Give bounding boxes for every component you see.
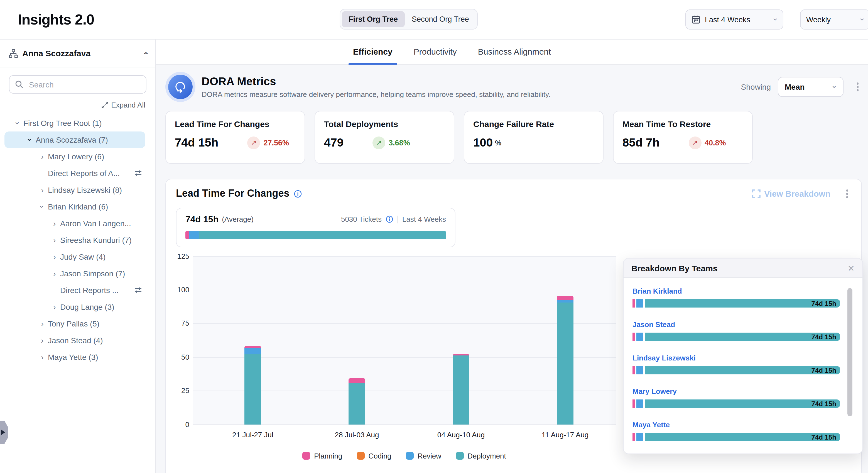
metric-delta-value: 3.68% [389, 139, 410, 147]
chevron-down-icon[interactable]: › [14, 119, 22, 127]
tab-business-alignment[interactable]: Business Alignment [477, 47, 552, 64]
stacked-bar [453, 354, 469, 424]
filter-icon[interactable] [134, 169, 142, 177]
chevron-right-icon[interactable]: › [51, 303, 58, 311]
chevron-down-icon[interactable]: › [38, 203, 46, 211]
expand-all-button[interactable]: Expand All [0, 101, 155, 109]
scrollbar-thumb[interactable] [847, 288, 852, 416]
chevron-right-icon[interactable]: › [51, 219, 58, 227]
breakdown-team-link[interactable]: Mary Lowery [632, 387, 852, 395]
tree-item-label: Jason Simpson (7) [60, 269, 125, 278]
tree-item-label: Anna Scozzafava (7) [36, 136, 108, 144]
metric-card-value-row: 85d 7h↗40.8% [622, 136, 743, 149]
breakdown-stacked-bar: 74d 15h [632, 299, 840, 307]
breakdown-team-link[interactable]: Jason Stead [632, 320, 852, 329]
summary-stacked-bar [185, 231, 446, 239]
metric-card-unit: % [495, 139, 501, 147]
x-tick-label: 04 Aug-10 Aug [437, 431, 485, 439]
metric-cards-row: Lead Time For Changes74d 15h↗27.56%Total… [165, 111, 862, 164]
breakdown-team-link[interactable]: Brian Kirkland [632, 287, 852, 295]
legend-item-deployment[interactable]: Deployment [456, 451, 506, 460]
tree-item[interactable]: ›Direct Reports of A... [4, 165, 145, 182]
breakdown-row: Jason Stead74d 15h [632, 320, 852, 341]
sidebar-header[interactable]: Anna Scozzafava › [0, 39, 155, 67]
legend-label: Deployment [467, 451, 506, 460]
lead-time-title-group: Lead Time For Changes [176, 188, 302, 200]
legend-item-review[interactable]: Review [406, 451, 441, 460]
legend-item-coding[interactable]: Coding [356, 451, 391, 460]
chevron-down-icon[interactable]: › [26, 136, 34, 144]
y-tick-label: 75 [181, 319, 189, 328]
metric-card-value: 479 [324, 136, 343, 149]
y-tick-label: 0 [185, 420, 189, 428]
tab-productivity[interactable]: Productivity [412, 47, 458, 64]
legend-item-planning[interactable]: Planning [302, 451, 342, 460]
y-tick-label: 50 [181, 353, 189, 361]
plot-area [193, 256, 616, 425]
tree-item[interactable]: ›Anna Scozzafava (7) [4, 131, 145, 148]
tree-item[interactable]: ›Tony Pallas (5) [4, 315, 145, 332]
tree-item[interactable]: ›Maya Yette (3) [4, 349, 145, 365]
tree-item[interactable]: ›Jason Simpson (7) [4, 265, 145, 282]
chevron-right-icon[interactable]: › [51, 270, 58, 277]
tree-item[interactable]: ›Judy Saw (4) [4, 248, 145, 265]
chevron-right-icon[interactable]: › [38, 353, 46, 361]
metric-card-title: Change Failure Rate [473, 119, 594, 129]
chevron-right-icon[interactable]: › [38, 153, 46, 160]
info-icon[interactable] [385, 215, 394, 224]
expand-corners-icon [752, 190, 760, 198]
chevron-right-icon[interactable]: › [38, 320, 46, 328]
bar-segment-deployment [244, 354, 261, 424]
legend-swatch [356, 452, 364, 460]
org-tree-tab-second[interactable]: Second Org Tree [405, 11, 476, 27]
breakdown-segment-review [637, 333, 643, 341]
y-tick-label: 25 [181, 386, 189, 395]
legend-swatch [456, 452, 464, 460]
breakdown-segment-deployment: 74d 15h [645, 333, 840, 341]
metric-card: Mean Time To Restore85d 7h↗40.8% [613, 111, 753, 164]
tree-item[interactable]: ›Doug Lange (3) [4, 299, 145, 315]
breakdown-team-link[interactable]: Lindsay Liszewski [632, 354, 852, 362]
sidebar-collapse-handle[interactable] [0, 421, 8, 444]
close-icon[interactable]: ✕ [848, 264, 855, 272]
filter-icon[interactable] [134, 286, 142, 294]
top-bar: Insights 2.0 First Org Tree Second Org T… [0, 0, 868, 39]
tree-item[interactable]: ›Lindsay Liszewski (8) [4, 182, 145, 198]
x-axis-labels: 21 Jul-27 Jul28 Jul-03 Aug04 Aug-10 Aug1… [193, 431, 616, 444]
bar-segment-review [557, 300, 574, 302]
tab-efficiency[interactable]: Efficiency [352, 47, 394, 64]
breakdown-team-link[interactable]: Maya Yette [632, 421, 852, 429]
breakdown-segment-deployment: 74d 15h [645, 299, 840, 307]
chevron-right-icon[interactable]: › [51, 253, 58, 261]
sidebar-search[interactable] [9, 75, 147, 94]
summary-range: Last 4 Weeks [402, 215, 446, 224]
tree-item-label: Direct Reports ... [60, 286, 119, 295]
tree-item[interactable]: ›Brian Kirkland (6) [4, 198, 145, 215]
tree-item[interactable]: ›Sireesha Kunduri (7) [4, 232, 145, 248]
granularity-value: Weekly [806, 15, 831, 24]
tree-item[interactable]: ›Direct Reports ... [4, 282, 145, 299]
chevron-right-icon[interactable]: › [51, 236, 58, 244]
dora-kebab-menu[interactable] [853, 81, 862, 94]
search-input[interactable] [28, 79, 140, 89]
granularity-select[interactable]: Weekly › [800, 9, 868, 30]
view-breakdown-button[interactable]: View Breakdown [752, 189, 830, 199]
chevron-up-icon[interactable]: › [141, 52, 149, 55]
metric-card-value-row: 74d 15h↗27.56% [175, 136, 296, 149]
breakdown-segment-planning [632, 299, 635, 307]
chevron-right-icon[interactable]: › [38, 186, 46, 194]
metric-delta-badge: ↗3.68% [372, 136, 410, 149]
tree-item[interactable]: ›Mary Lowery (6) [4, 148, 145, 165]
lead-time-kebab-menu[interactable] [843, 187, 851, 200]
info-icon[interactable] [293, 189, 302, 198]
org-hierarchy-icon [9, 49, 18, 58]
tree-item[interactable]: ›Aaron Van Langen... [4, 215, 145, 232]
tree-item[interactable]: ›First Org Tree Root (1) [4, 115, 145, 131]
date-range-select[interactable]: Last 4 Weeks › [685, 9, 783, 30]
date-range-value: Last 4 Weeks [705, 15, 750, 24]
breakdown-row: Maya Yette74d 15h [632, 421, 852, 441]
chevron-right-icon[interactable]: › [38, 336, 46, 344]
aggregation-select[interactable]: Mean › [777, 77, 843, 97]
tree-item[interactable]: ›Jason Stead (4) [4, 332, 145, 349]
org-tree-tab-first[interactable]: First Org Tree [342, 11, 404, 27]
